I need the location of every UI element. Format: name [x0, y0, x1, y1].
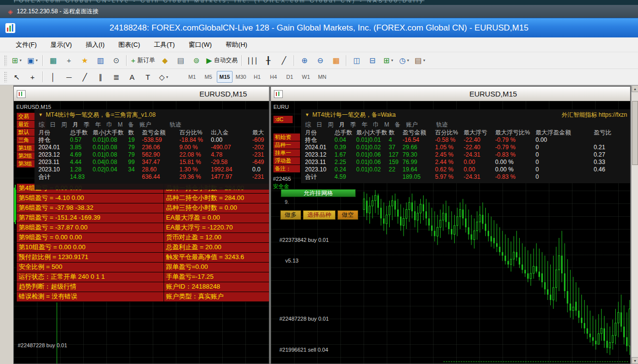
cursor-button[interactable]: ↖	[9, 70, 24, 83]
templates-button[interactable]: ▤▾	[412, 54, 427, 67]
menu-item-3[interactable]: 图表(C)	[111, 37, 147, 52]
panel-tab-4[interactable]: 季	[84, 121, 90, 129]
profiles-icon: ▣	[27, 57, 34, 64]
panel-tab-9[interactable]: 账户	[406, 121, 418, 129]
trendline-button[interactable]: ╱	[77, 70, 92, 83]
chart-area-right[interactable]: EURU :dC 初始资品种一挂单一浮动盈备注： #22455 安全金 允许挂网…	[271, 101, 630, 364]
dropdown-caret-icon[interactable]: ▾	[36, 58, 38, 63]
panel-tab-1[interactable]: 日	[316, 121, 322, 129]
dropdown-caret-icon[interactable]: ▾	[423, 58, 425, 63]
panel-tab-6[interactable]: 巾	[373, 121, 379, 129]
menu-item-5[interactable]: 窗口(W)	[182, 37, 219, 52]
rdp-titlebar[interactable]: ◈ 122.152.230.58 - 远程桌面连接	[0, 5, 638, 18]
toolbar-grip[interactable]	[4, 55, 7, 66]
panel-tab-8[interactable]: 备	[395, 121, 401, 129]
line-chart-button[interactable]: ╱	[276, 54, 291, 67]
menu-item-2[interactable]: 插入(I)	[79, 37, 111, 52]
mt4-titlebar[interactable]: 24188248: FOREX.comGlobalCN-Live 128 - G…	[0, 18, 638, 37]
panel-tab-7[interactable]: M	[384, 121, 389, 128]
ea-status-row: 预付款比例 = 1230.9171触发平仓最高净值 = 3243.6	[16, 253, 269, 263]
timeframe-m15[interactable]: M15	[217, 71, 233, 83]
scroll-up-icon[interactable]: ▲	[632, 85, 638, 92]
community-button[interactable]: ⊚	[189, 54, 204, 67]
profiles-button[interactable]: ▣▾	[25, 54, 40, 67]
fibonacci-button[interactable]: ≣	[109, 70, 124, 83]
indicators-button[interactable]: ⊞▾	[381, 54, 396, 67]
crosshair-button[interactable]: +	[25, 70, 40, 83]
autotrading-button[interactable]: ▶自动交易	[205, 54, 239, 67]
panel-tab-4[interactable]: 季	[350, 121, 356, 129]
select-symbol-button[interactable]: 选择品种	[303, 210, 336, 220]
bar-chart-button[interactable]: ∣∣∣	[245, 54, 260, 67]
panel-tab-3[interactable]: 月	[339, 121, 345, 129]
terminal-button[interactable]: ▥	[93, 54, 108, 67]
dropdown-caret-icon[interactable]: ▾	[20, 58, 22, 63]
arrange-horizontal-button[interactable]: ◫	[349, 54, 364, 67]
chart-area-left[interactable]: EURUSD,M15 交易最近默认三角第1组第2组第3组 ▼ MT4统计每一笔交…	[14, 101, 269, 364]
strategy-tester-button[interactable]: ⊙	[109, 54, 124, 67]
panel-tab-0[interactable]: 综	[305, 121, 311, 129]
tile-windows-button[interactable]: ▦	[329, 54, 343, 67]
channel-button[interactable]: ∥	[93, 70, 108, 83]
panel-tab-2[interactable]: 周	[61, 121, 67, 129]
buy-button[interactable]: 做多	[280, 210, 301, 220]
panel-tab-2[interactable]: 周	[328, 121, 334, 129]
menu-item-4[interactable]: 工具(T)	[147, 37, 182, 52]
panel-tab-3[interactable]: 月	[72, 121, 78, 129]
label-button[interactable]: T	[140, 70, 155, 83]
periods-button[interactable]: ◷▾	[397, 54, 411, 67]
panel-tab-6[interactable]: 巾	[106, 121, 112, 129]
chart-window-left-titlebar[interactable]: EURUSD,M15	[14, 87, 269, 101]
panel-tab-5[interactable]: 年	[95, 121, 101, 129]
timeframe-w1[interactable]: W1	[298, 71, 314, 83]
arrange-vertical-button[interactable]: ⊟	[365, 54, 380, 67]
metaeditor-button[interactable]: ◆	[158, 54, 172, 67]
timeframe-d1[interactable]: D1	[282, 71, 298, 83]
dropdown-caret-icon[interactable]: ▾	[407, 58, 409, 63]
stat-cell: 2023.10	[38, 166, 70, 173]
scrollbar-thumb[interactable]	[632, 101, 638, 165]
chart-window-right-titlebar[interactable]: EURUSD,M15	[271, 87, 630, 101]
menu-item-0[interactable]: 文件(F)	[9, 37, 44, 52]
stat-cell: 1.30 %	[179, 166, 211, 173]
zoom-out-button[interactable]: ⊖	[313, 54, 328, 67]
allow-grid-button[interactable]: 允许挂网格	[281, 189, 356, 197]
market-watch-button[interactable]: ▦	[46, 54, 61, 67]
timeframe-h4[interactable]: H4	[266, 71, 281, 83]
timeframe-m1[interactable]: M1	[184, 71, 200, 83]
new-chart-button[interactable]: ⊞▾	[9, 54, 24, 67]
scroll-down-icon[interactable]: ▼	[632, 357, 638, 364]
data-window-button[interactable]: +	[62, 54, 76, 67]
vertical-line-button[interactable]: │	[46, 70, 61, 83]
shapes-button[interactable]: ◇▾	[156, 70, 171, 83]
new-order-button[interactable]: +新订单	[130, 54, 157, 67]
menu-item-1[interactable]: 显示(V)	[44, 37, 79, 52]
panel-tab-8[interactable]: 备	[128, 121, 134, 129]
horizontal-line-button[interactable]: ─	[62, 70, 76, 83]
stat-cell: 4.78	[211, 151, 252, 159]
navigator-button[interactable]: ★	[77, 54, 92, 67]
zoom-in-button[interactable]: ⊕	[297, 54, 312, 67]
timeframe-m30[interactable]: M30	[233, 71, 249, 83]
panel-tab-track[interactable]: 轨迹	[436, 121, 448, 129]
panel-tab-1[interactable]: 日	[50, 121, 56, 129]
panel-tab-0[interactable]: 综	[38, 121, 44, 129]
vertical-scrollbar[interactable]: ▲ ▼	[631, 85, 638, 364]
dropdown-caret-icon[interactable]: ▾	[391, 58, 393, 63]
timeframe-m5[interactable]: M5	[201, 71, 216, 83]
timeframe-h1[interactable]: H1	[249, 71, 265, 83]
candle-chart-button[interactable]: ╂	[261, 54, 275, 67]
print-button[interactable]: ▤	[173, 54, 188, 67]
menu-item-6[interactable]: 帮助(H)	[219, 37, 254, 52]
order-label: #22487228 buy 0.01	[18, 342, 67, 348]
panel-tab-track[interactable]: 轨迹	[169, 121, 181, 129]
text-button[interactable]: A	[125, 70, 139, 83]
panel-tab-5[interactable]: 年	[362, 121, 368, 129]
sell-button[interactable]: 做空	[337, 210, 358, 220]
ea-status-row: 趋势判断：超级行情账户ID：24188248	[16, 282, 269, 292]
panel-tab-7[interactable]: M	[118, 121, 123, 128]
dropdown-caret-icon[interactable]: ▾	[166, 75, 168, 79]
timeframe-mn[interactable]: MN	[314, 71, 330, 83]
toolbar-grip[interactable]	[4, 71, 7, 82]
panel-tab-9[interactable]: 账户	[139, 121, 151, 129]
